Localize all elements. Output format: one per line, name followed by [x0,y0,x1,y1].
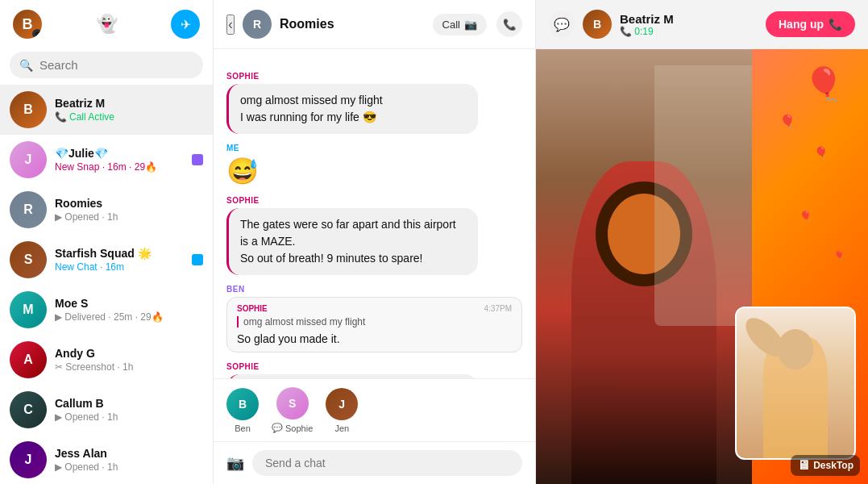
participant-avatar: J [326,388,358,420]
snapchat-logo: 👻 [96,14,118,35]
hang-up-label: Hang up [779,18,824,31]
search-input[interactable] [39,58,193,72]
hang-up-button[interactable]: Hang up 📞 [766,11,855,37]
sender-label: SOPHIE [226,72,522,81]
chat-participants: B Ben S 💬 Sophie J Jen [214,378,535,441]
contact-item[interactable]: R Roomies ▶ Opened · 1h [0,185,213,235]
contact-item[interactable]: S Starfish Squad 🌟 New Chat · 16m [0,235,213,285]
call-icon: 📞 [55,111,67,123]
compass-icon[interactable]: ✈ [171,10,200,39]
contact-info: Moe S ▶ Delivered · 25m · 29🔥 [55,297,203,323]
reply-response: So glad you made it. [237,332,512,345]
contacts-list: B Beatriz M 📞 Call Active J 💎Julie💎 New … [0,85,213,484]
chat-avatar: R [243,10,272,39]
video-call-area: 💬 B Beatriz M 📞 0:19 Hang up 📞 🎈 🎈 🎈 🎈 🎈 [536,0,868,484]
caller-name: Beatriz M [620,12,674,26]
contact-item[interactable]: J 💎Julie💎 New Snap · 16m · 29🔥 [0,135,213,185]
avatar: S [10,241,47,278]
camera-icon[interactable]: 📷 [226,454,244,472]
balloon-small-icon-3: 🎈 [799,211,812,222]
chat-input[interactable] [252,450,522,476]
contact-name: 💎Julie💎 [55,147,203,160]
avatar: A [10,341,47,378]
contact-badge [192,254,203,265]
chat-bubble-icon[interactable]: 💬 [549,11,575,37]
message-bubble: The gates were so far apart and this air… [226,208,478,275]
caller-avatar: B [583,10,612,39]
sender-label: SOPHIE [226,362,522,371]
hang-up-icon: 📞 [829,18,842,31]
avatar: R [10,191,47,228]
user-avatar[interactable]: B ⚙ [13,10,42,39]
avatar: C [10,391,47,428]
call-button[interactable]: Call 📷 [433,14,487,35]
contact-info: Jess Alan ▶ Opened · 1h [55,447,203,473]
contact-status: New Snap · 16m · 29🔥 [55,161,203,173]
participant-avatar: B [226,388,259,420]
participant-name: 💬 Sophie [272,423,313,433]
contact-name: Roomies [55,197,203,210]
chat-title: Roomies [280,17,334,31]
back-button[interactable]: ‹ [226,15,235,35]
participant-avatar: S [276,387,309,419]
contact-item[interactable]: C Callum B ▶ Opened · 1h [0,385,213,435]
balloon-small-icon-2: 🎈 [814,146,828,159]
contact-item[interactable]: A Andy G ✂ Screenshot · 1h [0,335,213,385]
contact-name: Jess Alan [55,447,203,460]
participant-name: Jen [334,424,349,433]
contact-badge [192,154,203,165]
contact-info: Callum B ▶ Opened · 1h [55,397,203,423]
reply-time: 4:37PM [484,304,512,313]
watermark: 🖥 DeskTop [791,455,860,476]
chat-area: ‹ R Roomies Call 📷 📞 SOPHIE omg almost m… [214,0,536,484]
chat-actions: Call 📷 📞 [433,11,522,37]
avatar: J [10,441,47,478]
avatar: J [10,141,47,178]
reply-sender: SOPHIE [237,304,268,313]
sidebar: B ⚙ 👻 ✈ 🔍 B Beatriz M 📞 Call Active [0,0,214,484]
gear-icon: ⚙ [32,29,42,39]
sender-label: ME [226,144,522,152]
chat-header: ‹ R Roomies Call 📷 📞 [214,0,535,49]
participant[interactable]: B Ben [226,388,259,433]
balloon-small-icon-4: 🎈 [834,251,844,260]
contact-status: ▶ Delivered · 25m · 29🔥 [55,311,203,323]
contact-status: ▶ Opened · 1h [55,411,203,423]
contact-info: 💎Julie💎 New Snap · 16m · 29🔥 [55,147,203,173]
participant[interactable]: J Jen [326,388,358,433]
reply-text: omg almost missed my flight [237,316,512,328]
contact-item[interactable]: B Beatriz M 📞 Call Active [0,85,213,135]
main-video-feed [536,49,752,484]
contact-status: ▶ Opened · 1h [55,461,203,473]
contact-status: ▶ Opened · 1h [55,211,203,223]
contact-item[interactable]: J Jess Alan ▶ Opened · 1h [0,435,213,484]
avatar: B [10,91,47,128]
phone-icon: 📞 [503,19,517,31]
call-label: Call [442,19,460,31]
search-bar[interactable]: 🔍 [10,52,203,78]
reply-header: SOPHIE 4:37PM [237,304,512,313]
balloon-small-icon: 🎈 [779,114,795,129]
balloon-icon: 🎈 [804,65,844,103]
contact-status: 📞 Call Active [55,111,203,123]
contact-item[interactable]: M Moe S ▶ Delivered · 25m · 29🔥 [0,285,213,335]
participant-name: Ben [235,424,251,433]
snap-badge [192,154,203,165]
video-call-header: 💬 B Beatriz M 📞 0:19 Hang up 📞 [536,0,868,49]
chat-input-area: 📷 [214,441,535,484]
reply-bubble: SOPHIE 4:37PM omg almost missed my fligh… [226,297,522,353]
phone-button[interactable]: 📞 [496,11,522,37]
search-icon: 🔍 [19,59,33,72]
contact-info: Roomies ▶ Opened · 1h [55,197,203,223]
participant[interactable]: S 💬 Sophie [272,387,313,433]
contact-name: Callum B [55,397,203,410]
message-bubble: omg almost missed my flightI was running… [226,84,478,134]
video-icon: 📷 [464,19,477,31]
message-emoji: 😅 [226,156,522,186]
caller-info: B Beatriz M 📞 0:19 [583,10,674,39]
sender-label: SOPHIE [226,196,522,205]
contact-name: Andy G [55,347,203,360]
contact-name: Moe S [55,297,203,310]
contact-name: Beatriz M [55,97,203,110]
snap-badge [192,254,203,265]
